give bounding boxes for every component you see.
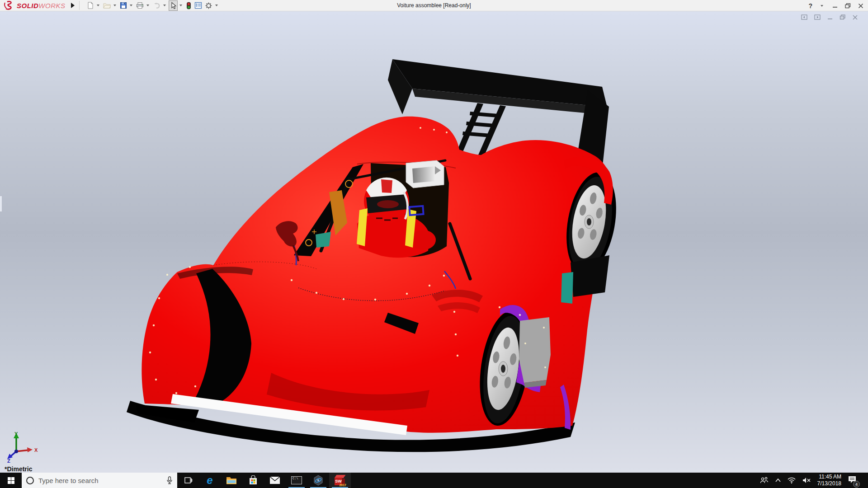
minimize-button[interactable] xyxy=(832,3,838,9)
select-dropdown[interactable] xyxy=(179,5,182,6)
solidworks-logo-mark xyxy=(4,1,15,10)
mail-icon xyxy=(269,476,280,484)
sill-panel-gray xyxy=(519,317,551,383)
help-button[interactable]: ? xyxy=(808,2,812,9)
save-button[interactable] xyxy=(119,0,128,10)
undo-icon xyxy=(153,2,160,9)
save-dropdown[interactable] xyxy=(130,5,132,6)
side-window-teal xyxy=(561,272,573,304)
clock-time: 11:45 AM xyxy=(817,474,841,480)
select-tool-button[interactable] xyxy=(169,0,178,11)
options-button[interactable] xyxy=(204,0,213,11)
close-button[interactable] xyxy=(858,3,863,9)
taskbar-clock[interactable]: 11:45 AM 7/13/2018 xyxy=(817,474,841,487)
close-icon xyxy=(858,3,863,9)
view-orientation-label: *Dimetric xyxy=(5,465,32,473)
volume-muted-icon[interactable] xyxy=(802,477,811,484)
windows-taskbar: Type here to search e xyxy=(0,473,868,488)
select-cursor-icon xyxy=(170,2,177,9)
solidworks-2017-button[interactable]: SW 2017 xyxy=(329,473,351,488)
triad-z-label: Z xyxy=(7,458,10,463)
task-view-button[interactable] xyxy=(177,473,199,488)
store-icon xyxy=(248,475,258,485)
new-document-icon xyxy=(87,2,94,9)
store-button[interactable] xyxy=(242,473,264,488)
traffic-light-icon xyxy=(186,2,192,9)
notification-badge: 4 xyxy=(853,481,860,488)
logo-solid: SOLID xyxy=(17,2,38,9)
task-view-icon xyxy=(184,476,193,484)
print-button[interactable] xyxy=(135,0,145,10)
window-controls: ? xyxy=(808,0,863,11)
command-prompt-icon: C:\ xyxy=(291,476,302,484)
system-tray: 11:45 AM 7/13/2018 4 xyxy=(760,473,868,488)
solidworks-logo-text: SOLIDWORKS xyxy=(17,2,66,9)
new-document-dropdown[interactable] xyxy=(97,5,99,6)
mail-button[interactable] xyxy=(264,473,286,488)
file-explorer-button[interactable] xyxy=(221,473,242,488)
rebuild-button[interactable] xyxy=(185,0,193,11)
start-button[interactable] xyxy=(0,473,22,488)
save-floppy-icon xyxy=(120,2,127,9)
undo-button[interactable] xyxy=(152,0,161,10)
logo-works: WORKS xyxy=(38,2,65,9)
solidworks-window: SOLIDWORKS xyxy=(0,0,868,488)
triad-y-label: Y xyxy=(14,431,18,436)
microphone-icon[interactable] xyxy=(166,476,173,484)
restore-button[interactable] xyxy=(845,3,851,9)
open-button[interactable] xyxy=(102,0,112,10)
people-icon[interactable] xyxy=(760,477,769,484)
help-dropdown[interactable] xyxy=(821,5,823,7)
display-pane-button[interactable] xyxy=(193,0,203,10)
windows-logo-icon xyxy=(8,477,14,484)
tray-expand-chevron-icon[interactable] xyxy=(775,478,781,483)
menu-flyout-arrow[interactable] xyxy=(71,3,75,8)
new-document-button[interactable] xyxy=(86,0,95,10)
open-folder-icon xyxy=(103,2,111,9)
taskbar-search[interactable]: Type here to search xyxy=(22,473,177,488)
3d-viewer-icon xyxy=(313,475,324,486)
title-bar: SOLIDWORKS xyxy=(0,0,868,11)
graphics-area[interactable]: Y X Z *Dimetric xyxy=(0,11,868,473)
open-dropdown[interactable] xyxy=(113,5,116,6)
interior-teal-panel xyxy=(316,232,331,248)
options-dropdown[interactable] xyxy=(215,5,218,6)
minimize-icon xyxy=(832,3,838,9)
quick-access-toolbar xyxy=(86,0,220,11)
display-pane-icon xyxy=(194,2,202,9)
edge-icon: e xyxy=(207,475,212,486)
3d-viewer-button[interactable] xyxy=(307,473,329,488)
action-center-button[interactable]: 4 xyxy=(848,475,857,485)
rear-view-mirror[interactable] xyxy=(406,160,444,188)
edge-button[interactable]: e xyxy=(199,473,221,488)
model-3d-view[interactable] xyxy=(0,11,868,473)
clock-date: 7/13/2018 xyxy=(817,480,841,487)
print-icon xyxy=(136,2,144,9)
file-explorer-icon xyxy=(226,476,237,485)
solidworks-2017-icon: SW 2017 xyxy=(335,475,345,486)
search-placeholder: Type here to search xyxy=(38,477,162,484)
cortana-icon xyxy=(26,477,34,484)
gear-icon xyxy=(205,2,212,9)
solidworks-logo: SOLIDWORKS xyxy=(4,1,66,10)
toolbar-separator xyxy=(79,1,80,10)
window-title: Voiture assomblee [Read-only] xyxy=(397,2,471,9)
wifi-icon[interactable] xyxy=(788,477,796,483)
command-prompt-button[interactable]: C:\ xyxy=(286,473,307,488)
print-dropdown[interactable] xyxy=(146,5,149,6)
undo-dropdown[interactable] xyxy=(163,5,166,6)
orientation-triad: Y X Z xyxy=(4,431,40,463)
triad-x-label: X xyxy=(34,447,38,453)
restore-icon xyxy=(845,3,851,9)
taskbar-apps: e xyxy=(177,473,351,488)
